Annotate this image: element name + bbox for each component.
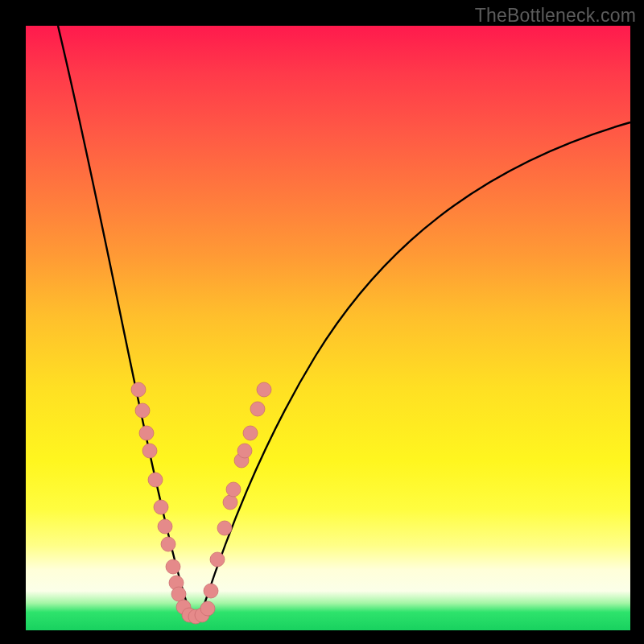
watermark-text: TheBottleneck.com (475, 5, 636, 27)
svg-point-25 (257, 382, 271, 397)
svg-point-5 (154, 500, 168, 514)
svg-point-23 (243, 426, 258, 440)
curve-layer (26, 26, 630, 630)
svg-point-17 (210, 552, 225, 567)
dot-cluster-right (204, 382, 271, 598)
dot-cluster-bottom (176, 600, 215, 624)
svg-point-20 (226, 482, 241, 497)
svg-point-6 (158, 519, 172, 534)
svg-point-15 (200, 601, 215, 616)
svg-point-0 (131, 382, 146, 397)
svg-point-2 (139, 426, 154, 440)
svg-point-24 (250, 402, 265, 416)
svg-point-19 (223, 495, 237, 510)
chart-frame: TheBottleneck.com (0, 0, 644, 644)
svg-point-3 (142, 444, 157, 458)
svg-point-10 (171, 587, 186, 601)
plot-area (26, 26, 630, 630)
svg-point-4 (148, 473, 163, 487)
svg-point-7 (161, 537, 175, 551)
svg-point-16 (204, 584, 218, 598)
svg-point-1 (135, 403, 150, 418)
svg-point-8 (166, 559, 180, 574)
svg-point-22 (237, 444, 252, 458)
svg-point-18 (217, 521, 232, 535)
bottleneck-curve (58, 26, 630, 620)
